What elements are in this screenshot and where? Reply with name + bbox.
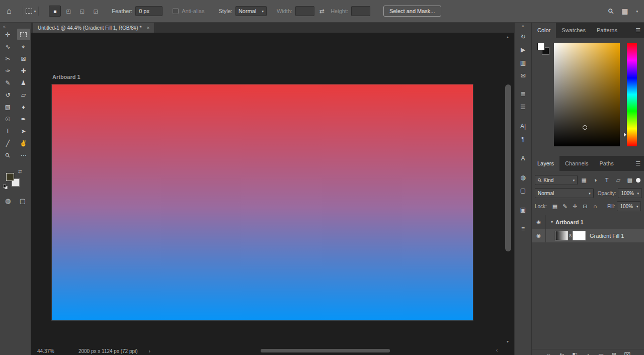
adjustments-panel-icon[interactable]: ☰ (517, 101, 529, 113)
eye-icon[interactable]: ◉ (532, 215, 546, 229)
layer-row-gradient-fill[interactable]: ◉ 8 Gradient Fill 1 (532, 229, 644, 242)
new-selection-button[interactable]: ■ (49, 6, 61, 17)
panel-menu-icon[interactable]: ☰ (635, 27, 640, 34)
default-colors-icon[interactable] (3, 185, 8, 190)
eye-icon[interactable]: ◉ (532, 229, 546, 242)
zoom-tool[interactable]: ⚲ (2, 149, 15, 161)
tab-swatches[interactable]: Swatches (556, 23, 591, 38)
blur-tool[interactable]: ♦ (17, 101, 30, 113)
actions-panel-icon[interactable]: ▶ (517, 44, 529, 56)
chevron-down-icon[interactable]: ▾ (636, 10, 638, 13)
tool-preset-picker[interactable]: ▾ (23, 7, 39, 16)
hand-tool[interactable]: ✌ (17, 137, 30, 149)
style-dropdown[interactable]: Normal ▾ (235, 6, 267, 16)
tab-color[interactable]: Color (532, 23, 556, 38)
filter-pixel-layers-icon[interactable]: ▦ (579, 175, 589, 185)
tab-patterns[interactable]: Patterns (591, 23, 623, 38)
delete-layer-icon[interactable]: ⌧ (624, 351, 631, 355)
height-input[interactable] (351, 6, 370, 16)
lock-transparent-pixels-icon[interactable]: ▦ (550, 203, 560, 210)
blend-mode-dropdown[interactable]: Normal ▾ (535, 188, 594, 198)
zoom-level[interactable]: 44.37% (37, 348, 54, 354)
character-panel-icon[interactable]: A| (517, 120, 529, 132)
anti-alias-checkbox[interactable] (173, 8, 179, 14)
filter-type-layers-icon[interactable]: T (602, 175, 612, 185)
rectangular-marquee-tool[interactable] (17, 29, 30, 40)
swap-colors-icon[interactable]: ⇄ (18, 169, 22, 174)
lock-position-icon[interactable]: ✛ (570, 203, 580, 210)
kind-filter-dropdown[interactable]: ⚲ Kind ▾ (535, 175, 578, 185)
swap-dimensions-icon[interactable]: ⇄ (319, 8, 325, 15)
artboard-canvas[interactable] (52, 84, 473, 320)
hue-slider[interactable] (627, 43, 637, 146)
filter-adjustment-layers-icon[interactable]: ◑ (590, 175, 601, 185)
object-selection-tool[interactable]: ⌖ (17, 41, 30, 52)
new-layer-icon[interactable]: ⊞ (611, 351, 618, 355)
width-input[interactable] (295, 6, 314, 16)
pen-tool[interactable]: ✒ (17, 113, 30, 125)
horizontal-scrollbar-thumb[interactable] (261, 349, 390, 352)
panel-menu-icon[interactable]: ☰ (635, 160, 640, 167)
canvas-area[interactable]: Artboard 1 ▴ ▾ (31, 33, 514, 347)
search-icon[interactable]: ⚲ (606, 7, 616, 16)
lock-artboard-icon[interactable]: ⊡ (580, 203, 590, 210)
scroll-up-icon[interactable]: ▴ (507, 35, 509, 39)
add-layer-mask-icon[interactable]: ◧ (572, 351, 579, 355)
libraries-panel-icon[interactable]: ▥ (517, 57, 529, 69)
type-tool[interactable]: T (2, 125, 15, 137)
lock-all-icon[interactable]: ∩ (590, 203, 600, 209)
lock-image-pixels-icon[interactable]: ✎ (560, 203, 570, 210)
group-chevron-icon[interactable]: ▾ (551, 220, 553, 224)
histogram-panel-icon[interactable]: ▣ (517, 204, 529, 216)
clone-stamp-tool[interactable]: ♟ (17, 77, 30, 88)
feather-input[interactable] (135, 6, 163, 16)
path-selection-tool[interactable]: ➤ (17, 125, 30, 137)
color-field[interactable] (554, 43, 620, 146)
move-tool[interactable]: ✛ (2, 29, 15, 40)
paragraph-panel-icon[interactable]: ¶ (517, 133, 529, 145)
layer-style-icon[interactable]: fx (558, 352, 566, 355)
status-chevron-icon[interactable]: › (149, 348, 150, 354)
lasso-tool[interactable]: ∿ (2, 41, 15, 52)
status-chevron-left-icon[interactable]: ‹ (496, 347, 498, 353)
panel-color-swatches[interactable] (537, 43, 551, 57)
dodge-tool[interactable]: ☉ (2, 113, 15, 125)
subtract-from-selection-button[interactable]: ◱ (76, 6, 88, 17)
history-panel-icon[interactable]: ↻ (517, 31, 529, 43)
eyedropper-tool[interactable]: ✑ (2, 65, 15, 76)
tab-channels[interactable]: Channels (559, 156, 594, 171)
tab-layers[interactable]: Layers (532, 156, 559, 171)
link-layers-icon[interactable]: ∞ (545, 352, 552, 355)
history-brush-tool[interactable]: ↺ (2, 89, 15, 101)
slice-tool[interactable]: ⊠ (17, 53, 30, 64)
new-group-icon[interactable]: ▭ (598, 351, 605, 355)
gradient-tool[interactable]: ▧ (2, 101, 15, 113)
layer-filter-toggle[interactable] (636, 178, 640, 183)
screen-mode-button[interactable]: ▢ (20, 197, 26, 205)
add-to-selection-button[interactable]: ◰ (62, 6, 74, 17)
crop-tool[interactable]: ✂ (2, 53, 15, 64)
vertical-scrollbar-thumb[interactable] (505, 84, 511, 251)
scroll-down-icon[interactable]: ▾ (507, 339, 509, 344)
toolbar-collapse-icon[interactable]: « (3, 24, 5, 29)
brush-tool[interactable]: ✎ (2, 77, 15, 88)
navigator-panel-icon[interactable]: ≡ (517, 223, 529, 235)
expand-panels-icon[interactable]: « (522, 24, 524, 29)
layer-row-artboard[interactable]: ◉ ▾ Artboard 1 (532, 215, 644, 229)
document-tab[interactable]: Untitled-1 @ 44.4% (Gradient Fill 1, RGB… (33, 23, 155, 33)
foreground-color-swatch[interactable] (6, 173, 14, 181)
comments-panel-icon[interactable]: ✉ (517, 70, 529, 82)
character-styles-panel-icon[interactable]: ≣ (517, 88, 529, 100)
info-panel-icon[interactable]: ▢ (517, 185, 529, 197)
eraser-tool[interactable]: ▱ (17, 89, 30, 101)
intersect-selection-button[interactable]: ◲ (90, 6, 102, 17)
opacity-value-box[interactable]: 100% ▾ (618, 188, 642, 198)
select-and-mask-button[interactable]: Select and Mask... (383, 6, 441, 17)
gradient-thumbnail[interactable] (555, 231, 568, 240)
workspace-icon[interactable]: ▦ (621, 7, 628, 15)
layer-mask-thumbnail[interactable] (573, 231, 586, 240)
filter-smart-objects-icon[interactable]: ▩ (624, 175, 635, 185)
properties-panel-icon[interactable]: ◍ (517, 171, 529, 184)
close-icon[interactable]: × (146, 25, 149, 31)
color-field-indicator[interactable] (583, 125, 587, 130)
